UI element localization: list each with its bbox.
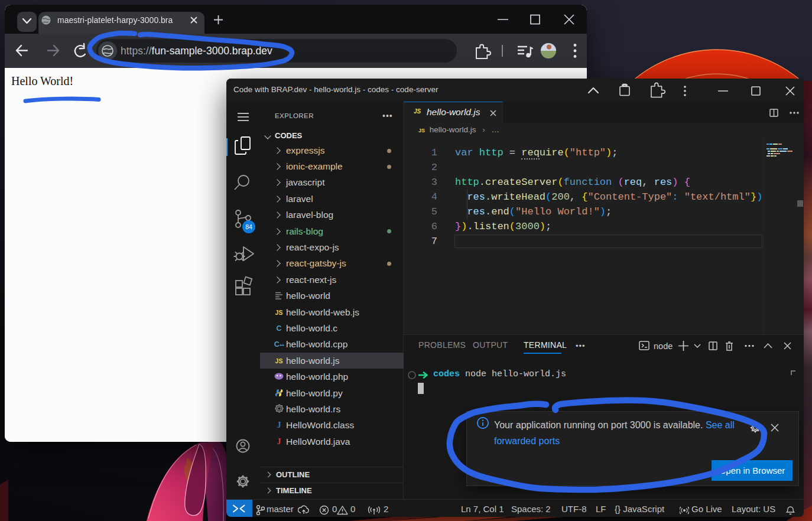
- svg-text:84: 84: [245, 223, 252, 230]
- svg-text:node: node: [654, 341, 673, 351]
